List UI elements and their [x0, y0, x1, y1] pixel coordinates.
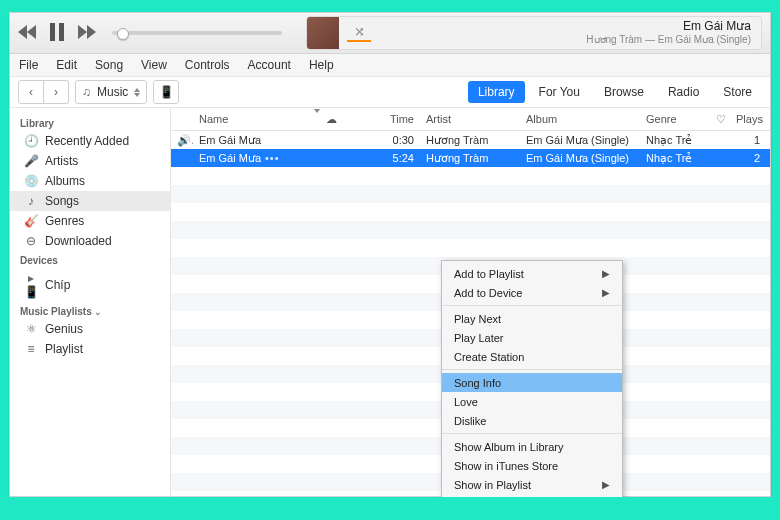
sidebar-header-music-playlists: Music Playlists⌄ [10, 302, 170, 319]
song-genre: Nhạc Trẻ [640, 152, 710, 165]
sidebar-header-library: Library [10, 114, 170, 131]
menu-item-add-to-device[interactable]: Add to Device▶ [442, 283, 622, 302]
tab-browse[interactable]: Browse [594, 81, 654, 103]
sidebar-icon: ▸ 📱 [24, 271, 38, 299]
next-button[interactable] [78, 25, 96, 42]
menu-item-label: Add to Playlist [454, 268, 524, 280]
song-row[interactable]: Em Gái Mưa•••5:24Hương TràmEm Gái Mưa (S… [171, 149, 770, 167]
col-cloud[interactable]: ☁ [320, 113, 340, 126]
more-icon[interactable]: ••• [265, 152, 280, 164]
volume-knob[interactable] [117, 28, 129, 40]
sidebar-item-label: Albums [45, 174, 85, 188]
sidebar-item-label: Songs [45, 194, 79, 208]
device-button[interactable]: 📱 [153, 80, 179, 104]
song-time: 5:24 [380, 152, 420, 164]
sidebar-header-devices: Devices [10, 251, 170, 268]
song-genre: Nhạc Trẻ [640, 134, 710, 147]
now-playing-title: Em Gái Mưa [379, 19, 751, 34]
menu-item-song-info[interactable]: Song Info [442, 373, 622, 392]
menu-item-label: Play Later [454, 332, 504, 344]
media-source-dropdown[interactable]: ♫ Music [75, 80, 147, 104]
sidebar-item-albums[interactable]: 💿Albums [10, 171, 170, 191]
forward-button[interactable]: › [44, 80, 69, 104]
media-source-label: Music [97, 85, 128, 99]
menu-bar: FileEditSongViewControlsAccountHelp [10, 54, 770, 77]
sidebar-item-recently-added[interactable]: 🕘Recently Added [10, 131, 170, 151]
col-genre[interactable]: Genre [640, 113, 710, 125]
disclosure-icon[interactable]: ⌄ [94, 307, 102, 317]
menu-controls[interactable]: Controls [176, 54, 239, 76]
menu-item-dislike[interactable]: Dislike [442, 411, 622, 430]
menu-item-label: Add to Device [454, 287, 522, 299]
menu-item-play-later[interactable]: Play Later [442, 328, 622, 347]
menu-item-create-station[interactable]: Create Station [442, 347, 622, 366]
empty-row [171, 203, 770, 221]
back-button[interactable]: ‹ [18, 80, 44, 104]
pause-button[interactable] [50, 23, 64, 44]
col-heart[interactable]: ♡ [710, 113, 730, 126]
menu-item-show-in-playlist[interactable]: Show in Playlist▶ [442, 475, 622, 494]
submenu-arrow-icon: ▶ [602, 268, 610, 279]
menu-separator [442, 305, 622, 306]
menu-view[interactable]: View [132, 54, 176, 76]
tab-library[interactable]: Library [468, 81, 525, 103]
menu-item-add-to-playlist[interactable]: Add to Playlist▶ [442, 264, 622, 283]
sidebar-item-genius[interactable]: ⚛Genius [10, 319, 170, 339]
sidebar-item-label: Artists [45, 154, 78, 168]
menu-help[interactable]: Help [300, 54, 343, 76]
col-album[interactable]: Album [520, 113, 640, 125]
song-artist: Hương Tràm [420, 152, 520, 165]
sidebar-icon: 🕘 [24, 134, 38, 148]
menu-item-love[interactable]: Love [442, 392, 622, 411]
col-artist[interactable]: Artist [420, 113, 520, 125]
album-art[interactable] [307, 17, 339, 49]
previous-button[interactable] [18, 25, 36, 42]
column-headers: Name ☁ Time Artist Album Genre ♡ Plays [171, 108, 770, 131]
song-row[interactable]: 🔊Em Gái Mưa0:30Hương TràmEm Gái Mưa (Sin… [171, 131, 770, 149]
menu-edit[interactable]: Edit [47, 54, 86, 76]
sidebar-icon: 🎸 [24, 214, 38, 228]
sidebar-item-genres[interactable]: 🎸Genres [10, 211, 170, 231]
tab-radio[interactable]: Radio [658, 81, 709, 103]
menu-account[interactable]: Account [239, 54, 300, 76]
menu-item-play-next[interactable]: Play Next [442, 309, 622, 328]
col-time[interactable]: Time [380, 113, 420, 125]
empty-row [171, 239, 770, 257]
sidebar: Library🕘Recently Added🎤Artists💿Albums♪So… [10, 108, 171, 497]
menu-item-label: Play Next [454, 313, 501, 325]
col-plays[interactable]: Plays [730, 113, 770, 125]
sidebar-icon: 💿 [24, 174, 38, 188]
menu-item-show-album-in-library[interactable]: Show Album in Library [442, 437, 622, 456]
sidebar-icon: ⚛ [24, 322, 38, 336]
tab-for-you[interactable]: For You [529, 81, 590, 103]
submenu-arrow-icon: ▶ [602, 287, 610, 298]
submenu-arrow-icon: ▶ [602, 479, 610, 490]
shuffle-icon[interactable]: ⤨ [354, 25, 365, 38]
col-name[interactable]: Name [193, 113, 308, 125]
menu-item-label: Love [454, 396, 478, 408]
menu-item-label: Create Station [454, 351, 524, 363]
menu-separator [442, 433, 622, 434]
sidebar-item-artists[interactable]: 🎤Artists [10, 151, 170, 171]
song-time: 0:30 [380, 134, 420, 146]
tab-store[interactable]: Store [713, 81, 762, 103]
menu-item-label: Show Album in Library [454, 441, 563, 453]
menu-item-label: Song Info [454, 377, 501, 389]
empty-row [171, 221, 770, 239]
song-plays: 1 [730, 134, 770, 146]
sidebar-item-playlist[interactable]: ≡Playlist [10, 339, 170, 359]
menu-separator [442, 369, 622, 370]
empty-row [171, 167, 770, 185]
song-name: Em Gái Mưa [199, 152, 261, 164]
empty-row [171, 185, 770, 203]
sidebar-item-chíp[interactable]: ▸ 📱Chíp [10, 268, 170, 302]
sidebar-item-songs[interactable]: ♪Songs [10, 191, 170, 211]
volume-slider[interactable] [112, 31, 282, 35]
sidebar-item-label: Genius [45, 322, 83, 336]
menu-item-show-in-itunes-store[interactable]: Show in iTunes Store [442, 456, 622, 475]
sidebar-icon: ⊖ [24, 234, 38, 248]
menu-file[interactable]: File [10, 54, 47, 76]
menu-item-label: Show in iTunes Store [454, 460, 558, 472]
menu-song[interactable]: Song [86, 54, 132, 76]
sidebar-item-downloaded[interactable]: ⊖Downloaded [10, 231, 170, 251]
